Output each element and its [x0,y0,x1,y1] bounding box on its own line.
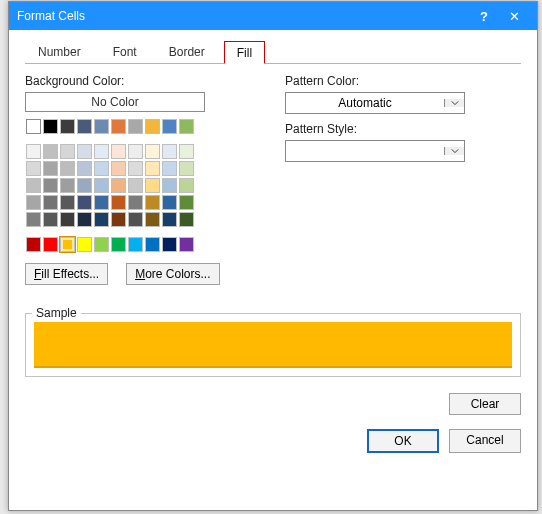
window-title: Format Cells [17,9,469,23]
color-swatch[interactable] [43,237,58,252]
color-swatch[interactable] [128,178,143,193]
fill-effects-label: ill Effects... [41,267,99,281]
color-swatch[interactable] [26,144,41,159]
color-swatch[interactable] [179,237,194,252]
sample-fieldset: Sample [25,313,521,377]
color-swatch[interactable] [162,161,177,176]
color-swatch[interactable] [111,144,126,159]
color-swatch[interactable] [77,178,92,193]
cancel-button[interactable]: Cancel [449,429,521,453]
pattern-style-label: Pattern Style: [285,122,521,136]
color-swatch[interactable] [77,212,92,227]
color-swatch[interactable] [111,212,126,227]
tab-strip: Number Font Border Fill [25,40,521,64]
color-swatch[interactable] [179,212,194,227]
color-swatch[interactable] [162,237,177,252]
chevron-down-icon [444,147,464,155]
color-swatch[interactable] [60,161,75,176]
color-swatch[interactable] [94,212,109,227]
color-swatch[interactable] [145,144,160,159]
color-swatch[interactable] [94,237,109,252]
color-swatch[interactable] [145,195,160,210]
color-swatch[interactable] [77,195,92,210]
format-cells-dialog: Format Cells ? ✕ Number Font Border Fill… [8,1,538,511]
color-swatch[interactable] [94,144,109,159]
color-swatch[interactable] [128,119,143,134]
color-swatch-grid [25,118,255,253]
color-swatch[interactable] [94,119,109,134]
color-swatch[interactable] [60,237,75,252]
color-swatch[interactable] [128,195,143,210]
pattern-color-label: Pattern Color: [285,74,521,88]
titlebar[interactable]: Format Cells ? ✕ [9,2,537,30]
color-swatch[interactable] [162,212,177,227]
fill-panel: Background Color: No Color Fill Effects.… [25,64,521,453]
pattern-color-dropdown[interactable]: Automatic [285,92,465,114]
color-swatch[interactable] [128,161,143,176]
color-swatch[interactable] [26,119,41,134]
color-swatch[interactable] [111,195,126,210]
pattern-color-value: Automatic [286,96,444,110]
tab-number[interactable]: Number [25,40,94,63]
color-swatch[interactable] [43,212,58,227]
color-swatch[interactable] [43,119,58,134]
color-swatch[interactable] [179,119,194,134]
color-swatch[interactable] [94,178,109,193]
color-swatch[interactable] [60,178,75,193]
color-swatch[interactable] [43,195,58,210]
color-swatch[interactable] [179,144,194,159]
color-swatch[interactable] [60,195,75,210]
color-swatch[interactable] [43,161,58,176]
color-swatch[interactable] [26,178,41,193]
color-swatch[interactable] [43,144,58,159]
color-swatch[interactable] [26,161,41,176]
color-swatch[interactable] [77,237,92,252]
tab-fill[interactable]: Fill [224,41,265,64]
color-swatch[interactable] [145,161,160,176]
color-swatch[interactable] [60,119,75,134]
client-area: Number Font Border Fill Background Color… [9,30,537,465]
color-swatch[interactable] [111,119,126,134]
color-swatch[interactable] [77,161,92,176]
color-swatch[interactable] [179,195,194,210]
color-swatch[interactable] [77,144,92,159]
no-color-button[interactable]: No Color [25,92,205,112]
tab-border[interactable]: Border [156,40,218,63]
color-swatch[interactable] [111,237,126,252]
color-swatch[interactable] [26,237,41,252]
color-swatch[interactable] [60,144,75,159]
color-swatch[interactable] [94,161,109,176]
color-swatch[interactable] [128,212,143,227]
color-swatch[interactable] [26,195,41,210]
color-swatch[interactable] [111,161,126,176]
sample-label: Sample [32,306,81,320]
color-swatch[interactable] [162,119,177,134]
color-swatch[interactable] [145,119,160,134]
pattern-style-dropdown[interactable] [285,140,465,162]
fill-effects-button[interactable]: Fill Effects... [25,263,108,285]
color-swatch[interactable] [145,212,160,227]
color-swatch[interactable] [77,119,92,134]
color-swatch[interactable] [162,144,177,159]
color-swatch[interactable] [162,178,177,193]
ok-button[interactable]: OK [367,429,439,453]
more-colors-label: ore Colors... [145,267,210,281]
color-swatch[interactable] [128,237,143,252]
color-swatch[interactable] [128,144,143,159]
color-swatch[interactable] [145,178,160,193]
color-swatch[interactable] [26,212,41,227]
close-button[interactable]: ✕ [499,9,529,24]
help-button[interactable]: ? [469,9,499,24]
color-swatch[interactable] [162,195,177,210]
color-swatch[interactable] [179,178,194,193]
background-color-label: Background Color: [25,74,255,88]
tab-font[interactable]: Font [100,40,150,63]
color-swatch[interactable] [111,178,126,193]
color-swatch[interactable] [179,161,194,176]
color-swatch[interactable] [60,212,75,227]
clear-button[interactable]: Clear [449,393,521,415]
color-swatch[interactable] [43,178,58,193]
more-colors-button[interactable]: More Colors... [126,263,219,285]
color-swatch[interactable] [145,237,160,252]
color-swatch[interactable] [94,195,109,210]
